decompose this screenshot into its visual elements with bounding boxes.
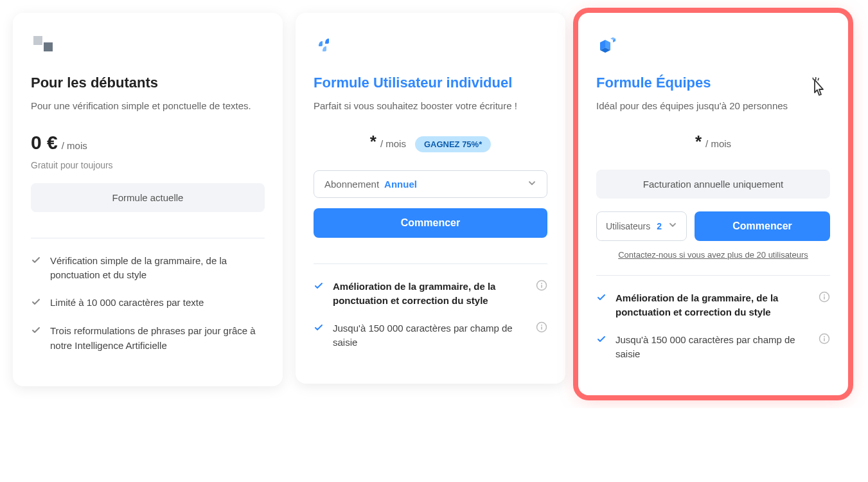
start-button[interactable]: Commencer	[314, 208, 547, 238]
feature-item: Limité à 10 000 caractères par texte	[31, 296, 265, 312]
feature-text: Amélioration de la grammaire, de la ponc…	[333, 280, 527, 308]
price-period: / mois	[62, 140, 87, 151]
users-select[interactable]: Utilisateurs 2	[596, 211, 687, 241]
teams-icon	[596, 33, 830, 59]
svg-point-6	[541, 325, 542, 326]
contact-link[interactable]: Contactez-nous si vous avez plus de 20 u…	[596, 250, 830, 260]
teams-controls-row: Utilisateurs 2 Commencer	[596, 211, 830, 241]
feature-text: Jusqu'à 150 000 caractères par champ de …	[333, 321, 527, 350]
info-icon[interactable]	[536, 321, 547, 337]
plan-subtitle: Pour une vérification simple et ponctuel…	[31, 99, 265, 114]
price-period: / mois	[380, 138, 406, 149]
info-icon[interactable]	[536, 280, 547, 296]
price-amount: *	[370, 132, 376, 152]
plan-title: Formule Équipes	[596, 75, 830, 91]
price-row: * / mois GAGNEZ 75%*	[314, 132, 547, 152]
feature-item: Vérification simple de la grammaire, de …	[31, 254, 265, 283]
current-plan-button: Formule actuelle	[31, 183, 265, 212]
feature-text: Limité à 10 000 caractères par texte	[50, 296, 265, 310]
check-icon	[31, 325, 41, 340]
check-icon	[596, 292, 607, 307]
features-list: Amélioration de la grammaire, de la ponc…	[314, 280, 547, 350]
svg-rect-9	[817, 78, 819, 80]
features-list: Amélioration de la grammaire, de la ponc…	[596, 291, 830, 362]
feature-text: Amélioration de la grammaire, de la ponc…	[616, 291, 810, 320]
plan-card-teams: Formule Équipes Idéal pour des équipes j…	[578, 13, 848, 395]
chevron-down-icon	[527, 179, 536, 190]
info-icon[interactable]	[819, 291, 830, 307]
check-icon	[314, 323, 324, 337]
svg-point-15	[824, 336, 825, 337]
price-row: 0 € / mois	[31, 132, 265, 154]
plan-subtitle: Parfait si vous souhaitez booster votre …	[314, 99, 547, 114]
price-period: / mois	[705, 138, 731, 149]
svg-point-12	[824, 294, 825, 296]
svg-rect-13	[824, 296, 825, 299]
feature-item: Amélioration de la grammaire, de la ponc…	[314, 280, 547, 308]
start-button[interactable]: Commencer	[695, 211, 830, 241]
svg-point-3	[541, 283, 542, 284]
cursor-pointer-icon	[808, 77, 828, 102]
price-row: * / mois	[596, 132, 830, 152]
subscription-label: Abonnement	[324, 179, 379, 190]
divider	[314, 263, 547, 264]
chevron-down-icon	[668, 220, 677, 231]
svg-rect-4	[541, 285, 542, 288]
divider	[31, 238, 265, 238]
pricing-cards-container: Pour les débutants Pour une vérification…	[13, 13, 855, 395]
price-amount: *	[695, 132, 702, 152]
check-icon	[31, 255, 41, 270]
individual-icon	[314, 33, 547, 59]
divider	[596, 275, 830, 276]
subscription-select[interactable]: Abonnement Annuel	[314, 170, 547, 198]
discount-badge: GAGNEZ 75%*	[415, 136, 491, 152]
svg-rect-1	[44, 42, 53, 51]
plan-title: Pour les débutants	[31, 75, 265, 91]
check-icon	[596, 334, 607, 349]
check-icon	[314, 281, 324, 296]
svg-rect-16	[824, 338, 825, 341]
beginner-icon	[31, 33, 265, 59]
price-sub-note: Gratuit pour toujours	[31, 160, 265, 170]
users-label: Utilisateurs	[606, 221, 650, 231]
svg-rect-10	[812, 78, 814, 80]
svg-rect-0	[33, 36, 42, 45]
feature-item: Jusqu'à 150 000 caractères par champ de …	[314, 321, 547, 350]
feature-text: Vérification simple de la grammaire, de …	[50, 254, 265, 283]
svg-rect-7	[541, 326, 542, 330]
feature-item: Trois reformulations de phrases par jour…	[31, 324, 265, 353]
plan-card-beginner: Pour les débutants Pour une vérification…	[13, 13, 283, 386]
features-list: Vérification simple de la grammaire, de …	[31, 254, 265, 353]
svg-rect-8	[815, 77, 817, 80]
feature-text: Jusqu'à 150 000 caractères par champ de …	[616, 333, 810, 362]
users-value: 2	[657, 221, 662, 231]
plan-title: Formule Utilisateur individuel	[314, 75, 547, 91]
subscription-value: Annuel	[384, 179, 527, 190]
plan-subtitle: Idéal pour des équipes jusqu'à 20 person…	[596, 99, 830, 114]
feature-item: Amélioration de la grammaire, de la ponc…	[596, 291, 830, 320]
feature-text: Trois reformulations de phrases par jour…	[50, 324, 265, 353]
feature-item: Jusqu'à 150 000 caractères par champ de …	[596, 333, 830, 362]
check-icon	[31, 297, 41, 312]
billing-note: Facturation annuelle uniquement	[596, 170, 830, 199]
plan-card-individual: Formule Utilisateur individuel Parfait s…	[296, 13, 565, 384]
price-amount: 0 €	[31, 132, 58, 154]
info-icon[interactable]	[819, 333, 830, 349]
